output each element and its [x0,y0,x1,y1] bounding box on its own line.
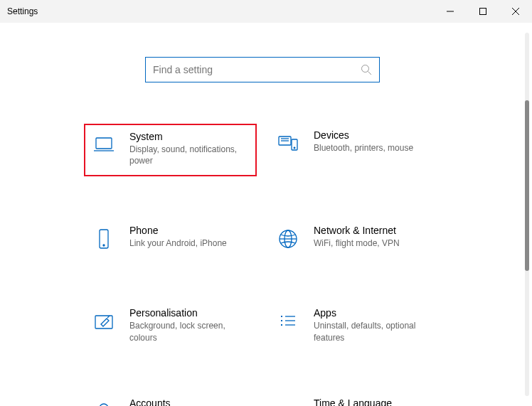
search-input[interactable] [153,64,361,75]
tile-network[interactable]: Network & Internet WiFi, flight mode, VP… [270,220,440,257]
settings-home: System Display, sound, notifications, po… [0,23,525,406]
language-icon: A字 [274,397,302,406]
svg-line-5 [368,72,372,75]
close-button[interactable] [499,0,532,23]
paintbrush-icon [90,307,118,336]
tiles-grid: System Display, sound, notifications, po… [0,125,525,406]
vertical-scrollbar[interactable] [525,33,529,396]
tile-title: System [129,131,243,142]
tile-desc: Uninstall, defaults, optional features [314,320,427,343]
svg-point-14 [103,245,105,246]
tile-desc: WiFi, flight mode, VPN [314,237,400,249]
minimize-button[interactable] [434,0,467,23]
tile-apps[interactable]: Apps Uninstall, defaults, optional featu… [270,303,440,347]
laptop-icon [90,131,118,159]
tile-personalisation[interactable]: Personalisation Background, lock screen,… [85,303,255,347]
svg-rect-1 [480,9,486,15]
tile-system[interactable]: System Display, sound, notifications, po… [85,125,255,175]
devices-icon [274,129,302,158]
tile-title: Time & Language [314,397,393,406]
maximize-button[interactable] [467,0,499,23]
tile-desc: Link your Android, iPhone [129,237,227,249]
tile-title: Apps [314,307,427,319]
tile-title: Network & Internet [314,225,400,236]
tile-time[interactable]: A字 Time & Language Speech, region, date [270,393,440,406]
tile-devices[interactable]: Devices Bluetooth, printers, mouse [270,125,440,175]
search-icon [361,64,372,75]
search-box[interactable] [145,57,380,82]
tile-desc: Background, lock screen, colours [129,320,243,343]
scrollbar-thumb[interactable] [525,100,529,271]
tile-accounts[interactable]: Accounts Your accounts, email, sync, wor… [85,393,255,406]
tile-title: Phone [129,225,227,236]
svg-text:A: A [280,403,287,406]
phone-icon [90,225,118,253]
svg-point-10 [294,147,295,149]
svg-point-4 [362,65,369,73]
tile-desc: Bluetooth, printers, mouse [314,142,413,154]
window-controls [434,0,532,23]
list-icon [274,307,302,336]
tile-desc: Display, sound, notifications, power [129,144,243,166]
window-title: Settings [7,6,38,16]
globe-icon [274,225,302,253]
person-icon [90,397,118,406]
titlebar: Settings [0,0,532,23]
tile-phone[interactable]: Phone Link your Android, iPhone [85,220,255,257]
tile-title: Devices [314,129,413,141]
tile-title: Accounts [129,397,243,406]
svg-rect-18 [95,316,112,328]
svg-rect-6 [96,138,112,149]
tile-title: Personalisation [129,307,243,319]
